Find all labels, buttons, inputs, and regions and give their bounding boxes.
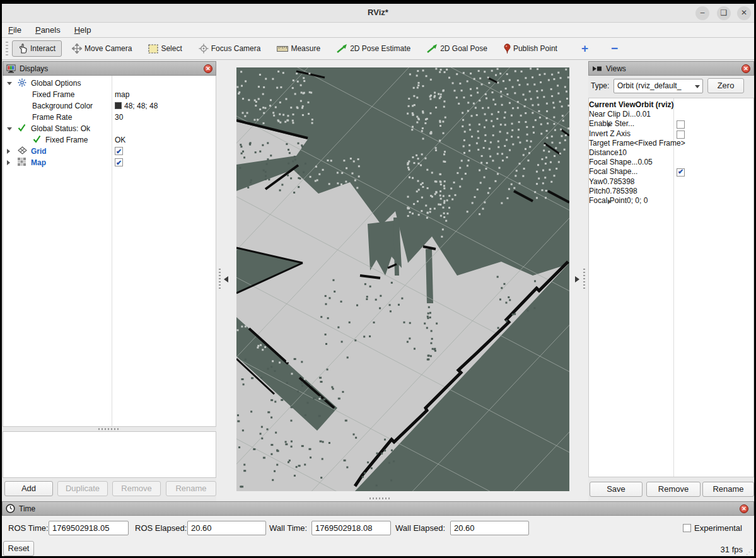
tree-row-fixed-frame[interactable]: Fixed Framemap [3, 89, 216, 100]
row-label: Near Clip Di... [589, 110, 636, 119]
zero-button[interactable]: Zero [707, 78, 744, 93]
menu-item-panels[interactable]: Panels [35, 25, 61, 35]
splitter-handle[interactable] [98, 428, 120, 430]
tool-focus-camera[interactable]: Focus Camera [192, 40, 267, 57]
remove-tool-button[interactable]: − [606, 42, 623, 55]
row-checkbox[interactable]: ✔ [115, 147, 123, 155]
tool-label: Move Camera [84, 44, 132, 53]
time-panel-header[interactable]: Time ✕ [2, 501, 754, 516]
tree-row-focal-shape[interactable]: Focal Shape...0.05 [589, 158, 753, 167]
resize-grip[interactable]: ⋰ [746, 548, 753, 556]
views-panel-title: Views [606, 64, 626, 73]
bottom-splitter-handle[interactable] [369, 497, 391, 499]
tree-row-focal-shape[interactable]: Focal Shape...✔ [589, 167, 753, 177]
close-button[interactable]: ✕ [737, 6, 751, 20]
row-value[interactable]: Orbit (rviz) [636, 100, 674, 109]
tree-row-near-clip-di[interactable]: Near Clip Di...0.01 [589, 110, 753, 119]
tool-move-camera[interactable]: Move Camera [66, 40, 138, 57]
tool-2d-goal-pose[interactable]: 2D Goal Pose [421, 41, 494, 56]
reset-button[interactable]: Reset [3, 541, 34, 556]
tree-row-grid[interactable]: Grid✔ [3, 146, 216, 157]
chevron-down-icon[interactable] [7, 127, 12, 131]
chevron-right-icon[interactable] [7, 160, 10, 165]
row-value[interactable]: 0; 0; 0 [627, 196, 648, 205]
row-label: Global Status: Ok [31, 123, 90, 134]
row-checkbox[interactable] [677, 131, 685, 139]
tool-publish-point[interactable]: Publish Point [497, 40, 564, 57]
row-value[interactable]: 0.05 [637, 158, 652, 166]
tree-row-target-frame[interactable]: Target Frame<Fixed Frame> [589, 139, 753, 148]
menu-item-help[interactable]: Help [74, 25, 91, 35]
save-button[interactable]: Save [590, 482, 643, 497]
row-label: Distance [589, 148, 619, 157]
row-value[interactable]: 0.785398 [603, 177, 634, 186]
splitter-dots [583, 269, 585, 290]
displays-close-icon[interactable]: ✕ [204, 64, 212, 73]
tool-interact[interactable]: Interact [12, 40, 62, 57]
add-button[interactable]: Add [4, 481, 53, 496]
experimental-checkbox[interactable] [683, 524, 691, 532]
row-value[interactable]: OK [115, 134, 125, 146]
rename-button[interactable]: Rename [702, 482, 754, 497]
chevron-down-icon[interactable] [7, 82, 12, 85]
collapse-left-icon[interactable] [224, 276, 228, 282]
time-close-icon[interactable]: ✕ [740, 504, 748, 513]
row-value[interactable]: 48; 48; 48 [115, 100, 158, 112]
tree-row-frame-rate[interactable]: Frame Rate30 [3, 112, 216, 123]
collapse-right-icon[interactable] [575, 276, 579, 282]
maximize-button[interactable]: ❑ [717, 6, 731, 20]
tree-row-enable-ster[interactable]: Enable Ster... [589, 119, 753, 129]
row-label: Map [31, 157, 46, 168]
menu-item-file[interactable]: File [8, 25, 21, 35]
left-splitter[interactable] [216, 60, 235, 501]
time-field-input[interactable] [49, 521, 129, 535]
tool-measure[interactable]: Measure [270, 41, 327, 56]
right-splitter[interactable] [569, 60, 588, 501]
tree-row-pitch[interactable]: Pitch0.785398 [589, 187, 753, 196]
chevron-right-icon[interactable] [608, 122, 611, 127]
view-type-dropdown[interactable]: Orbit (rviz_default_ [614, 79, 703, 93]
tree-row-focal-point[interactable]: Focal Point0; 0; 0 [589, 196, 753, 206]
hand-icon [18, 44, 28, 54]
row-label: Invert Z Axis [589, 129, 631, 138]
tree-row-fixed-frame[interactable]: Fixed FrameOK [3, 134, 216, 146]
displays-panel-header[interactable]: Displays ✕ [3, 61, 216, 76]
time-field-input[interactable] [450, 521, 529, 535]
time-field-input[interactable] [187, 521, 266, 535]
row-label: Yaw [589, 177, 603, 186]
tool-select[interactable]: Select [142, 41, 188, 57]
row-value[interactable]: 10 [619, 148, 627, 157]
tree-row-distance[interactable]: Distance10 [589, 148, 753, 158]
add-tool-button[interactable]: + [576, 42, 593, 55]
remove-button[interactable]: Remove [646, 482, 701, 497]
chevron-down-icon[interactable] [594, 105, 599, 108]
tree-row-invert-z-axis[interactable]: Invert Z Axis [589, 129, 753, 139]
tool-2d-pose-estimate[interactable]: 2D Pose Estimate [330, 41, 417, 56]
row-value[interactable]: 30 [115, 112, 123, 123]
tree-row-background-color[interactable]: Background Color48; 48; 48 [3, 100, 216, 112]
row-checkbox[interactable]: ✔ [677, 168, 685, 177]
tree-row-current-view[interactable]: Current ViewOrbit (rviz) [589, 100, 753, 110]
check-icon: ✔ [678, 167, 683, 177]
tree-row-yaw[interactable]: Yaw0.785398 [589, 177, 753, 187]
row-value[interactable]: 0.01 [636, 110, 651, 119]
minimize-button[interactable]: – [695, 6, 709, 20]
tree-row-map[interactable]: Map✔ [3, 157, 216, 168]
chevron-right-icon[interactable] [608, 199, 611, 204]
time-field-label: Wall Elapsed: [395, 523, 445, 533]
chevron-right-icon[interactable] [7, 149, 10, 154]
views-close-icon[interactable]: ✕ [741, 64, 750, 73]
3d-viewport[interactable] [236, 67, 569, 491]
row-value[interactable]: 0.785398 [606, 187, 637, 195]
row-value[interactable]: map [115, 89, 129, 100]
row-value[interactable]: <Fixed Frame> [634, 139, 685, 148]
tree-row-global-status-ok[interactable]: Global Status: Ok [3, 123, 216, 134]
views-panel-header[interactable]: Views ✕ [588, 61, 754, 76]
toolbar: InteractMove CameraSelectFocus CameraMea… [2, 38, 754, 60]
row-checkbox[interactable] [677, 120, 685, 129]
clock-icon [6, 504, 15, 513]
tree-row-global-options[interactable]: Global Options [3, 78, 216, 89]
time-field-label: ROS Time: [8, 523, 49, 533]
row-checkbox[interactable]: ✔ [115, 158, 123, 166]
time-field-input[interactable] [311, 521, 391, 535]
